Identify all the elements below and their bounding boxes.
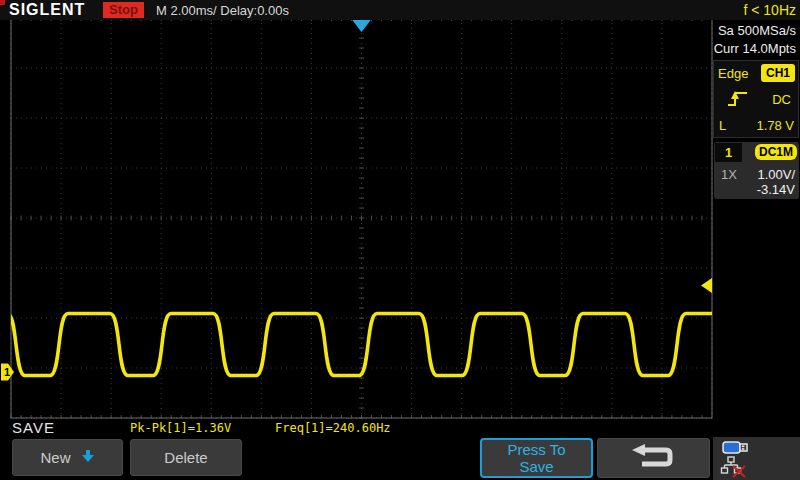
lan-disconnected-icon: [720, 456, 750, 480]
trigger-frequency-readout: f < 10Hz: [743, 2, 796, 18]
return-arrow-icon: [632, 444, 676, 473]
timebase-readout: M 2.00ms/ Delay:0.00s: [156, 3, 289, 18]
channel1-offset: -3.14V: [757, 182, 795, 197]
trigger-position-marker-icon: [352, 19, 372, 32]
top-status-bar: SIGLENT Stop M 2.00ms/ Delay:0.00s f < 1…: [0, 0, 800, 20]
rising-edge-icon: [727, 90, 749, 112]
trigger-panel: Edge CH1 DC L 1.78 V: [713, 60, 799, 138]
new-button-label: New: [40, 449, 70, 466]
trigger-type-label: Edge: [718, 66, 748, 81]
trigger-slope-row: DC: [714, 87, 798, 113]
channel1-panel: 1 DC1M 1X 1.00V/ -3.14V: [714, 142, 799, 199]
press-to-save-button[interactable]: Press To Save: [480, 438, 593, 478]
memory-depth-readout: Curr 14.0Mpts: [710, 40, 796, 58]
channel1-waveform-trace: [0, 314, 800, 376]
dropdown-arrow-icon: [81, 449, 95, 466]
delete-button-label: Delete: [164, 449, 207, 466]
return-button[interactable]: [597, 438, 710, 478]
trigger-level-marker-icon: [701, 278, 712, 293]
trigger-coupling-label: DC: [772, 92, 791, 107]
trigger-level-label: L: [719, 118, 726, 133]
trigger-level-row: L 1.78 V: [714, 113, 798, 139]
trigger-type-row: Edge CH1: [714, 61, 798, 87]
menu-title: SAVE: [12, 419, 55, 436]
measurement-pkpk: Pk-Pk[1]=1.36V: [130, 421, 231, 435]
brand-logo: SIGLENT: [9, 1, 85, 19]
brand-dot: [0, 0, 5, 5]
channel1-ground-marker-label: 1: [4, 366, 10, 378]
graticule-display: 1: [0, 0, 800, 480]
status-icon-panel: [713, 437, 800, 480]
save-button-line1: Press To: [507, 441, 565, 458]
channel1-number-box: 1: [715, 143, 742, 162]
sample-rate-readout: Sa 500MSa/s: [710, 22, 796, 40]
trigger-source-badge: CH1: [761, 64, 795, 82]
delete-button[interactable]: Delete: [130, 439, 242, 476]
save-button-line2: Save: [519, 458, 553, 475]
channel1-volts-per-div: 1.00V/: [757, 167, 795, 182]
new-button[interactable]: New: [12, 439, 123, 476]
acquisition-status-badge: Stop: [103, 2, 144, 18]
trigger-level-value: 1.78 V: [756, 118, 794, 133]
measurement-freq: Freq[1]=240.60Hz: [275, 421, 391, 435]
channel1-coupling-badge: DC1M: [755, 144, 797, 160]
channel1-probe-attenuation: 1X: [721, 167, 737, 182]
oscilloscope-screen: 1 SIGLENT Stop M 2.00ms/ Delay:0.00s f <…: [0, 0, 800, 480]
acquisition-info: Sa 500MSa/s Curr 14.0Mpts: [710, 22, 798, 58]
